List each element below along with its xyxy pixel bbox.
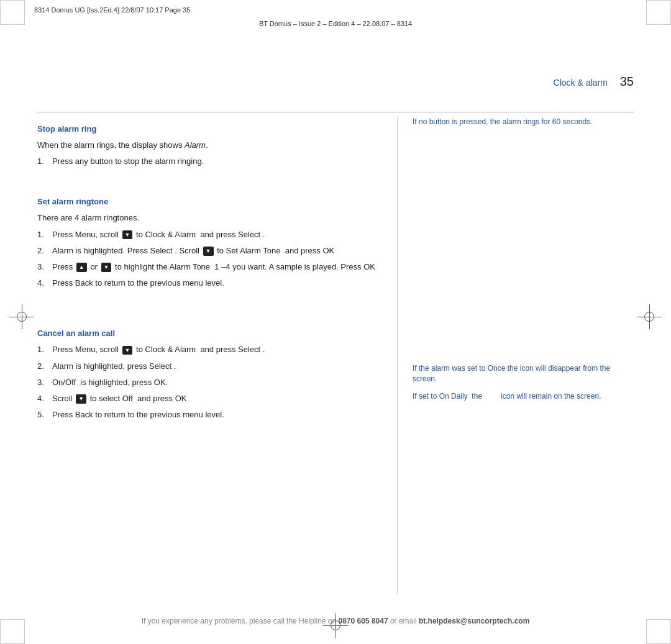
header: 8314 Domus UG [Iss.2Ed.4] 22/8/07 10:17 … (0, 0, 671, 37)
crosshair-right (637, 304, 662, 329)
footer-text-before: If you experience any problems, please c… (142, 617, 339, 625)
footer-phone: 0870 605 8047 (339, 617, 388, 625)
section-heading-stop-alarm: Stop alarm ring (37, 124, 385, 134)
down-chevron-icon: ▼ (76, 394, 86, 404)
page-title: Clock & alarm (554, 78, 608, 88)
title-rule (37, 112, 634, 112)
up-chevron-icon: ▲ (76, 263, 87, 272)
step-item: 1. Press any button to stop the alarm ri… (37, 156, 385, 167)
down-chevron-icon: ▼ (122, 346, 133, 355)
step-item: 3. Press ▲ or ▼ to highlight the Alarm T… (37, 261, 385, 273)
set-ringtone-steps: 1. Press Menu, scroll ▼ to Clock & Alarm… (37, 229, 385, 289)
notes-column: If no button is pressed, the alarm rings… (398, 117, 634, 594)
footer-text-middle: or email (388, 617, 419, 625)
stop-alarm-steps: 1. Press any button to stop the alarm ri… (37, 156, 385, 167)
section-heading-cancel-alarm: Cancel an alarm call (37, 329, 385, 338)
set-ringtone-body: There are 4 alarm ringtones. (37, 212, 385, 224)
note-text-stop-alarm: If no button is pressed, the alarm rings… (413, 117, 634, 127)
header-doc-info: 8314 Domus UG [Iss.2Ed.4] 22/8/07 10:17 … (34, 6, 190, 14)
note-text-once: If the alarm was set to Once the icon wi… (413, 363, 634, 384)
content-area: Stop alarm ring When the alarm rings, th… (37, 117, 634, 594)
section-heading-set-ringtone: Set alarm ringtone (37, 197, 385, 206)
step-item: 1. Press Menu, scroll ▼ to Clock & Alarm… (37, 229, 385, 240)
stop-alarm-body: When the alarm rings, the display shows … (37, 140, 385, 151)
footer-email: bt.helpdesk@suncorptech.com (419, 617, 529, 625)
main-column: Stop alarm ring When the alarm rings, th… (37, 117, 398, 594)
note-block-cancel-alarm: If the alarm was set to Once the icon wi… (413, 363, 634, 402)
step-item: 3. On/Off is highlighted, press OK. (37, 377, 385, 388)
step-item: 5. Press Back to return to the previous … (37, 409, 385, 420)
down-chevron-icon: ▼ (203, 247, 214, 256)
footer: If you experience any problems, please c… (0, 617, 671, 625)
note-block-stop-alarm: If no button is pressed, the alarm rings… (413, 117, 634, 127)
step-item: 4. Press Back to return to the previous … (37, 278, 385, 289)
header-subtitle: BT Domus – Issue 2 – Edition 4 – 22.08.0… (0, 20, 671, 27)
down-chevron-icon: ▼ (122, 230, 133, 240)
page-title-area: Clock & alarm 35 (554, 75, 634, 89)
step-item: 4. Scroll ▼ to select Off and press OK (37, 393, 385, 404)
page-number: 35 (620, 75, 634, 89)
step-item: 2. Alarm is highlighted, press Select . (37, 361, 385, 372)
step-item: 2. Alarm is highlighted. Press Select . … (37, 245, 385, 256)
down-chevron-icon: ▼ (101, 263, 112, 272)
cancel-alarm-steps: 1. Press Menu, scroll ▼ to Clock & Alarm… (37, 344, 385, 420)
header-top-bar: 8314 Domus UG [Iss.2Ed.4] 22/8/07 10:17 … (34, 6, 637, 14)
crosshair-left (9, 304, 34, 329)
step-item: 1. Press Menu, scroll ▼ to Clock & Alarm… (37, 344, 385, 355)
note-text-daily: If set to On Daily the icon will remain … (413, 391, 634, 402)
